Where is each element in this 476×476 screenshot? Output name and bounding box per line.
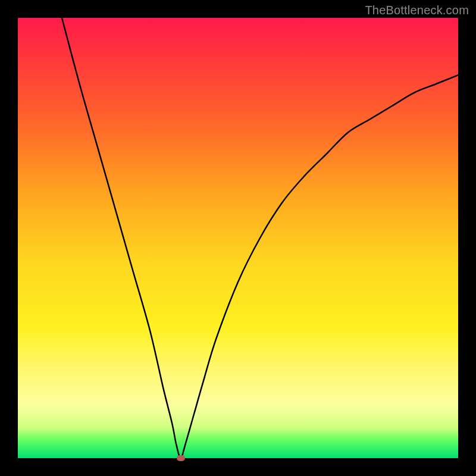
- watermark-text: TheBottleneck.com: [365, 4, 469, 17]
- plot-area: [18, 18, 458, 458]
- optimum-marker: [177, 455, 185, 461]
- curve-svg: [18, 18, 458, 458]
- chart-frame: TheBottleneck.com: [0, 0, 476, 476]
- bottleneck-curve: [62, 18, 458, 458]
